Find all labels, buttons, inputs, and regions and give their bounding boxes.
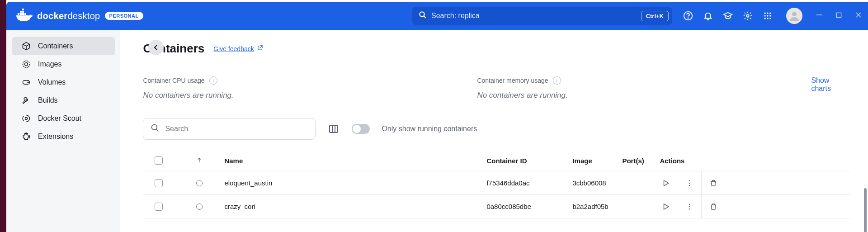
sidebar-item-label: Volumes (38, 78, 66, 86)
radar-icon (22, 114, 31, 123)
show-charts-link[interactable]: Show charts (811, 76, 850, 93)
info-icon[interactable]: i (553, 76, 561, 85)
svg-point-14 (769, 13, 771, 14)
cpu-usage-empty: No containers are running. (143, 91, 477, 100)
svg-point-39 (689, 182, 690, 184)
learning-icon[interactable] (722, 10, 734, 22)
sidebar-item-scout[interactable]: Docker Scout (12, 109, 115, 128)
svg-rect-0 (18, 13, 19, 15)
container-name[interactable]: crazy_cori (224, 203, 486, 210)
only-running-toggle[interactable] (352, 124, 370, 134)
minimize-button[interactable] (816, 12, 822, 20)
select-all-checkbox[interactable] (155, 156, 163, 165)
col-container-id[interactable]: Container ID (486, 157, 572, 165)
search-shortcut: Ctrl+K (641, 11, 669, 21)
docker-logo-icon (16, 9, 33, 23)
close-button[interactable] (855, 12, 862, 20)
sidebar-item-label: Images (38, 60, 61, 68)
svg-point-17 (769, 15, 771, 16)
svg-rect-2 (22, 13, 24, 15)
main-content: Containers Give feedback Container CPU u… (120, 30, 868, 232)
sidebar-item-volumes[interactable]: Volumes (12, 73, 115, 91)
sidebar-item-label: Extensions (38, 133, 73, 141)
svg-point-40 (689, 185, 690, 186)
col-image[interactable]: Image (572, 157, 622, 165)
col-ports[interactable]: Port(s) (622, 157, 654, 165)
settings-gear-icon[interactable] (742, 10, 754, 22)
window-controls (816, 12, 862, 20)
host-window-edge (0, 0, 6, 232)
row-checkbox[interactable] (155, 203, 163, 211)
svg-rect-23 (836, 13, 841, 17)
sidebar-item-images[interactable]: Images (12, 55, 115, 73)
bell-icon[interactable] (702, 10, 714, 22)
kebab-menu-icon[interactable] (678, 195, 701, 218)
row-checkbox[interactable] (155, 179, 163, 187)
sort-arrow-icon[interactable] (196, 157, 203, 165)
table-row[interactable]: crazy_cori 0a80cc085dbe b2a2adf05b (143, 195, 850, 218)
svg-point-41 (689, 204, 690, 205)
svg-point-13 (767, 13, 768, 14)
svg-point-38 (689, 180, 690, 181)
delete-button[interactable] (701, 195, 725, 218)
container-name[interactable]: eloquent_austin (224, 179, 486, 187)
avatar[interactable] (786, 8, 802, 24)
sidebar: Containers Images Volumes Builds Docker … (6, 30, 120, 232)
only-running-label: Only show running containers (382, 125, 477, 133)
brand-area: dockerdesktop PERSONAL (16, 9, 143, 23)
apps-grid-icon[interactable] (762, 10, 774, 22)
search-icon (419, 11, 427, 21)
svg-line-8 (424, 16, 426, 18)
svg-line-34 (156, 129, 159, 132)
svg-point-33 (152, 125, 157, 130)
svg-rect-6 (22, 9, 24, 10)
maximize-button[interactable] (836, 12, 842, 20)
kebab-menu-icon[interactable] (678, 171, 701, 195)
help-icon[interactable] (682, 10, 694, 22)
container-id: 0a80cc085dbe (486, 203, 572, 210)
svg-point-19 (767, 18, 768, 19)
container-image[interactable]: b2a2adf05b (572, 203, 622, 210)
sidebar-item-extensions[interactable]: Extensions (12, 128, 115, 146)
table-row[interactable]: eloquent_austin f75346dda0ac 3cbb06008 (143, 171, 850, 195)
scrollbar[interactable] (864, 188, 867, 232)
container-id: f75346dda0ac (486, 179, 572, 187)
info-icon[interactable]: i (209, 76, 217, 85)
table-header: Name Container ID Image Port(s) Actions (143, 150, 850, 171)
plan-badge: PERSONAL (105, 12, 143, 20)
layers-icon (22, 60, 31, 69)
svg-point-21 (792, 12, 797, 16)
search-icon (151, 123, 160, 134)
drive-icon (22, 78, 31, 87)
svg-point-11 (746, 14, 749, 17)
svg-point-10 (688, 18, 688, 18)
svg-point-30 (25, 118, 28, 120)
global-search[interactable]: Search: replica Ctrl+K (412, 7, 672, 25)
feedback-label: Give feedback (213, 45, 254, 52)
container-search-input[interactable] (165, 125, 308, 133)
svg-point-43 (689, 208, 690, 209)
columns-icon[interactable] (327, 123, 340, 135)
global-search-text: Search: replica (431, 12, 480, 20)
status-indicator (196, 204, 203, 210)
svg-point-42 (689, 206, 690, 207)
status-indicator (196, 180, 203, 186)
wrench-icon (22, 96, 31, 105)
svg-point-12 (764, 13, 766, 14)
start-button[interactable] (654, 195, 678, 218)
start-button[interactable] (654, 171, 678, 195)
col-name[interactable]: Name (224, 157, 486, 165)
delete-button[interactable] (701, 171, 725, 195)
memory-usage-empty: No containers are running. (477, 91, 811, 100)
cpu-usage-label: Container CPU usage (143, 77, 204, 84)
svg-rect-1 (20, 13, 22, 15)
sidebar-item-containers[interactable]: Containers (12, 37, 115, 55)
external-link-icon (257, 45, 263, 52)
sidebar-item-label: Docker Scout (38, 114, 81, 123)
give-feedback-link[interactable]: Give feedback (213, 45, 263, 52)
container-search[interactable] (143, 118, 316, 140)
sidebar-item-builds[interactable]: Builds (12, 91, 115, 109)
svg-point-27 (25, 63, 28, 66)
collapse-sidebar-button[interactable] (148, 40, 164, 55)
container-image[interactable]: 3cbb06008 (572, 179, 622, 187)
